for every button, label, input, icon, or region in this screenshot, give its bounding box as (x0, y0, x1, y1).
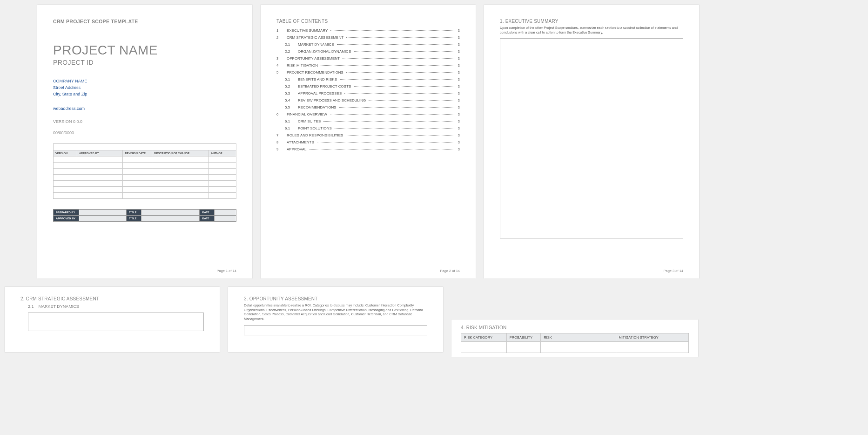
signature-table: PREPARED BY TITLE DATE APPROVED BY TITLE… (53, 209, 236, 222)
web-address: webaddress.com (53, 106, 236, 111)
risk-mitigation-table: RISK CATEGORY PROBABILITY RISK MITIGATIO… (461, 333, 689, 353)
table-row (54, 168, 236, 174)
document-page-2: TABLE OF CONTENTS 1.EXECUTIVE SUMMARY32.… (261, 5, 476, 279)
section-heading: 4. RISK MITIGATION (461, 325, 689, 330)
table-row (54, 192, 236, 198)
toc-entry: 5.1BENEFITS AND RISKS3 (276, 77, 460, 82)
toc-entry: 1.EXECUTIVE SUMMARY3 (276, 28, 460, 33)
table-row (54, 162, 236, 168)
document-page-4: 2. CRM STRATEGIC ASSESSMENT 2.1 MARKET D… (5, 287, 220, 352)
city-state-zip: City, State and Zip (53, 91, 236, 98)
document-page-3: 1. EXECUTIVE SUMMARY Upon completion of … (484, 5, 699, 279)
version-history-table: VERSION HISTORY VERSION APPROVED BY REVI… (53, 143, 236, 199)
section-description: Detail opportunities available to realiz… (244, 303, 427, 321)
toc-entry: 2.2ORGANIZATIONAL DYNAMICS3 (276, 49, 460, 54)
toc-entry: 3.OPPORTUNITY ASSESSMENT3 (276, 56, 460, 61)
version-history-title: VERSION HISTORY (54, 143, 236, 150)
project-name: PROJECT NAME (53, 43, 236, 58)
document-page-1: CRM PROJECT SCOPE TEMPLATE PROJECT NAME … (37, 5, 252, 279)
toc-entry: 7.ROLES AND RESPONSIBILITIES3 (276, 133, 460, 137)
toc-entry: 2.CRM STRATEGIC ASSESSMENT3 (276, 35, 460, 40)
template-title: CRM PROJECT SCOPE TEMPLATE (53, 19, 236, 24)
toc-entry: 6.1CRM SUITES3 (276, 119, 460, 123)
toc-entry: 5.3APPROVAL PROCESSES3 (276, 91, 460, 95)
table-row (54, 186, 236, 192)
project-id: PROJECT ID (53, 59, 236, 66)
version-history-header-row: VERSION APPROVED BY REVISION DATE DESCRI… (54, 150, 236, 156)
toc-list: 1.EXECUTIVE SUMMARY32.CRM STRATEGIC ASSE… (276, 28, 460, 151)
toc-entry: 5.2ESTIMATED PROJECT COSTS3 (276, 84, 460, 88)
table-row (54, 180, 236, 186)
page-footer: Page 3 of 14 (663, 269, 683, 273)
company-name: COMPANY NAME (53, 78, 236, 85)
section-description: Upon completion of the other Project Sco… (500, 26, 683, 34)
version-text: VERSION 0.0.0 (53, 119, 236, 124)
page-footer: Page 2 of 14 (440, 269, 460, 273)
section-heading: 3. OPPORTUNITY ASSESSMENT (244, 296, 427, 301)
content-box (500, 38, 683, 238)
content-box (28, 313, 204, 331)
section-heading: 1. EXECUTIVE SUMMARY (500, 19, 683, 24)
company-info: COMPANY NAME Street Address City, State … (53, 78, 236, 98)
toc-heading: TABLE OF CONTENTS (276, 19, 460, 24)
toc-entry: 5.5RECOMMENDATIONS3 (276, 105, 460, 109)
page-footer: Page 1 of 14 (216, 269, 236, 273)
toc-entry: 6.FINANCIAL OVERVIEW3 (276, 112, 460, 116)
toc-entry: 2.1MARKET DYNAMICS3 (276, 42, 460, 47)
toc-entry: 5.4REVIEW PROCESS AND SCHEDULING3 (276, 98, 460, 102)
content-box (244, 325, 427, 335)
section-heading: 2. CRM STRATEGIC ASSESSMENT (20, 296, 204, 301)
toc-entry: 9.APPROVAL3 (276, 147, 460, 151)
toc-entry: 8.ATTACHMENTS3 (276, 140, 460, 144)
table-row (54, 174, 236, 180)
table-row (461, 342, 689, 353)
date-text: 00/00/0000 (53, 130, 236, 135)
risk-table-header: RISK CATEGORY PROBABILITY RISK MITIGATIO… (461, 333, 689, 342)
document-page-6: 4. RISK MITIGATION RISK CATEGORY PROBABI… (451, 319, 698, 357)
toc-entry: 4.RISK MITIGATION3 (276, 63, 460, 68)
table-row (54, 156, 236, 162)
toc-entry: 5.PROJECT RECOMMENDATIONS3 (276, 70, 460, 75)
document-page-5: 3. OPPORTUNITY ASSESSMENT Detail opportu… (228, 287, 443, 352)
toc-entry: 6.1POINT SOLUTIONS3 (276, 126, 460, 130)
subsection-heading: 2.1 MARKET DYNAMICS (20, 304, 204, 309)
street-address: Street Address (53, 85, 236, 91)
